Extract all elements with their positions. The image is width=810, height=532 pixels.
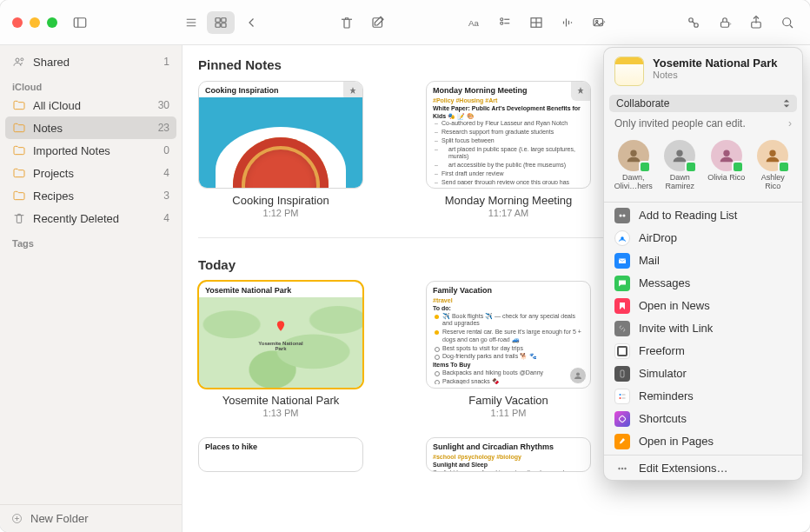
svg-point-13 bbox=[500, 22, 502, 24]
share-action-airdrop[interactable]: AirDrop bbox=[604, 227, 802, 249]
table-button[interactable] bbox=[522, 11, 550, 34]
format-button[interactable]: Aa bbox=[460, 11, 488, 34]
svg-text:Aa: Aa bbox=[468, 17, 480, 27]
share-action-freeform[interactable]: Freeform bbox=[604, 340, 802, 362]
svg-point-39 bbox=[723, 150, 729, 156]
svg-rect-0 bbox=[74, 17, 86, 27]
sidebar-item-notes[interactable]: Notes 23 bbox=[5, 116, 176, 139]
share-action-news[interactable]: Open in News bbox=[604, 295, 802, 317]
sidebar-item-projects[interactable]: Projects 4 bbox=[0, 162, 182, 184]
shared-avatar-icon bbox=[569, 367, 587, 384]
reminders-icon bbox=[614, 389, 630, 404]
list-view-button[interactable] bbox=[177, 11, 205, 34]
sidebar-section-header: iCloud bbox=[0, 73, 182, 94]
share-action-invite-link[interactable]: Invite with Link bbox=[604, 317, 802, 340]
svg-rect-7 bbox=[216, 23, 220, 27]
gallery-view-button[interactable] bbox=[207, 11, 235, 34]
note-preview: #Policy #Housing #Art White Paper: Publi… bbox=[427, 97, 590, 184]
minimize-window-button[interactable] bbox=[30, 17, 40, 28]
sidebar-shared-label: Shared bbox=[33, 56, 70, 69]
share-action-messages[interactable]: Messages bbox=[604, 272, 802, 295]
svg-point-47 bbox=[620, 394, 621, 396]
share-action-simulator[interactable]: Simulator bbox=[604, 362, 802, 385]
checklist-button[interactable] bbox=[491, 11, 519, 34]
svg-rect-6 bbox=[222, 17, 226, 22]
notes-app-icon bbox=[614, 57, 644, 86]
svg-point-48 bbox=[620, 397, 621, 399]
note-card-sunlight[interactable]: Sunlight and Circadian Rhythms #school #… bbox=[426, 437, 591, 472]
sidebar-item-recently-deleted[interactable]: Recently Deleted 4 bbox=[0, 207, 182, 229]
sidebar-item-label: Recipes bbox=[33, 190, 74, 203]
sidebar-item-label: All iCloud bbox=[33, 99, 81, 112]
share-person[interactable]: Ashley Rico bbox=[753, 140, 794, 191]
note-card-yosemite[interactable]: Yosemite National Park Yosemite National… bbox=[198, 281, 363, 418]
note-card-places-to-hike[interactable]: Places to hike bbox=[198, 437, 363, 472]
share-note-title: Yosemite National Park bbox=[653, 57, 792, 70]
extensions-icon bbox=[614, 461, 630, 476]
share-action-shortcuts[interactable]: Shortcuts bbox=[604, 408, 802, 430]
simulator-icon bbox=[614, 366, 630, 382]
pizza-image bbox=[199, 97, 362, 188]
share-note-subtitle: Notes bbox=[653, 70, 792, 80]
lock-button[interactable] bbox=[711, 11, 739, 34]
svg-point-31 bbox=[16, 58, 19, 62]
share-person[interactable]: Olivia Rico bbox=[706, 140, 747, 191]
share-action-reading-list[interactable]: Add to Reading List bbox=[604, 204, 802, 227]
chevron-right-icon: › bbox=[788, 117, 792, 130]
note-card-meeting[interactable]: Monday Morning Meeting #Policy #Housing … bbox=[426, 81, 591, 218]
toolbar: Aa bbox=[0, 0, 810, 45]
share-action-pages[interactable]: Open in Pages bbox=[604, 430, 802, 453]
sidebar-item-imported[interactable]: Imported Notes 0 bbox=[0, 139, 182, 162]
new-note-button[interactable] bbox=[364, 11, 392, 34]
folder-icon bbox=[12, 98, 26, 112]
view-switcher bbox=[177, 11, 235, 34]
toggle-sidebar-button[interactable] bbox=[66, 11, 94, 34]
folder-icon bbox=[12, 166, 26, 180]
sidebar-tags-header: Tags bbox=[0, 229, 182, 250]
share-button[interactable] bbox=[742, 11, 770, 34]
media-button[interactable] bbox=[585, 11, 613, 34]
new-folder-button[interactable]: New Folder bbox=[0, 504, 182, 532]
folder-icon bbox=[12, 189, 26, 203]
svg-rect-46 bbox=[621, 370, 624, 377]
reading-list-icon bbox=[614, 208, 630, 223]
shared-icon bbox=[12, 55, 26, 69]
note-card-cooking[interactable]: Cooking Inspiration Cooking Inspiration … bbox=[198, 81, 363, 218]
svg-point-36 bbox=[576, 373, 580, 376]
mail-icon bbox=[614, 253, 630, 269]
share-person[interactable]: Dawn, Olivi…hers bbox=[613, 140, 654, 191]
airdrop-icon bbox=[614, 230, 630, 246]
sidebar: Shared 1 iCloud All iCloud 30 Notes 23 I… bbox=[0, 45, 183, 532]
messages-badge-icon bbox=[778, 161, 790, 173]
fullscreen-window-button[interactable] bbox=[47, 17, 57, 28]
svg-point-29 bbox=[783, 17, 791, 25]
svg-point-38 bbox=[677, 150, 683, 156]
sidebar-item-label: Imported Notes bbox=[33, 144, 110, 157]
messages-badge-icon bbox=[639, 161, 651, 173]
close-window-button[interactable] bbox=[12, 17, 23, 28]
share-permissions-row[interactable]: Only invited people can edit. › bbox=[604, 114, 802, 133]
svg-point-54 bbox=[625, 468, 627, 469]
audio-button[interactable] bbox=[554, 11, 581, 34]
svg-point-11 bbox=[500, 17, 502, 20]
note-card-family-vacation[interactable]: Family Vacation #travel To do: ✈️ Book f… bbox=[426, 281, 591, 418]
sidebar-item-all-icloud[interactable]: All iCloud 30 bbox=[0, 94, 182, 116]
map-thumbnail: Yosemite National Park bbox=[199, 297, 362, 388]
messages-badge-icon bbox=[732, 161, 744, 173]
share-popover: Yosemite National Park Notes Collaborate… bbox=[603, 47, 803, 481]
sidebar-shared[interactable]: Shared 1 bbox=[0, 50, 182, 73]
search-button[interactable] bbox=[773, 11, 801, 34]
share-person[interactable]: Dawn Ramirez bbox=[660, 140, 701, 191]
link-button[interactable] bbox=[680, 11, 707, 34]
svg-point-37 bbox=[630, 150, 636, 156]
sidebar-item-recipes[interactable]: Recipes 3 bbox=[0, 184, 182, 207]
pages-icon bbox=[614, 434, 630, 449]
share-action-mail[interactable]: Mail bbox=[604, 249, 802, 272]
share-mode-select[interactable]: Collaborate bbox=[609, 95, 797, 112]
back-button[interactable] bbox=[238, 11, 266, 34]
chevron-updown-icon bbox=[783, 98, 790, 109]
share-action-reminders[interactable]: Reminders bbox=[604, 385, 802, 408]
delete-note-button[interactable] bbox=[333, 11, 361, 34]
note-preview: #school #psychology #biology Sunlight an… bbox=[427, 454, 590, 472]
share-edit-extensions[interactable]: Edit Extensions… bbox=[604, 457, 802, 480]
